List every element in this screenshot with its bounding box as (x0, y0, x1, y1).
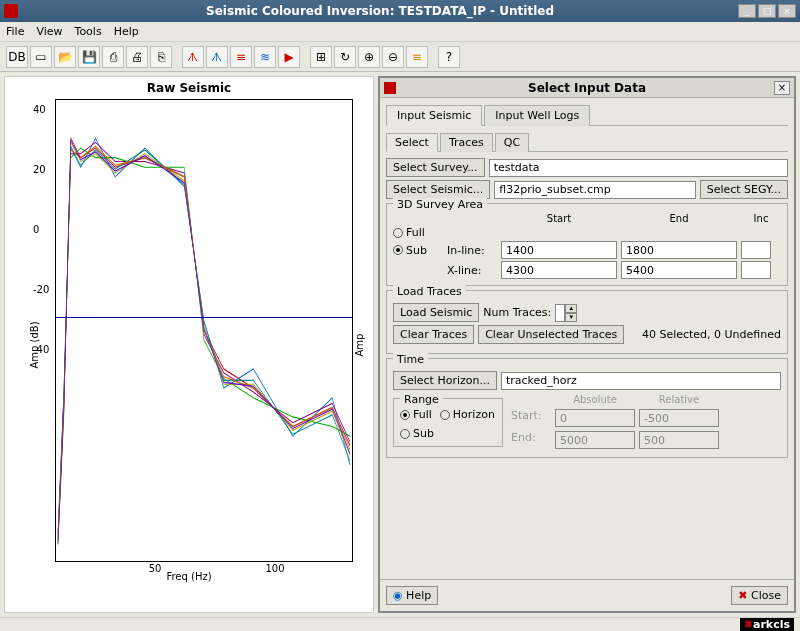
num-traces-input[interactable] (555, 304, 565, 322)
app-icon (4, 4, 18, 18)
spin-down-icon[interactable]: ▾ (565, 313, 577, 322)
radio-range-full[interactable]: Full (400, 408, 432, 421)
chart3-icon[interactable]: ≋ (254, 46, 276, 68)
survey-area-legend: 3D Survey Area (393, 198, 487, 211)
chart1-icon[interactable]: ⩚ (182, 46, 204, 68)
ytick: 0 (33, 224, 39, 235)
end-header: End (621, 213, 737, 224)
select-input-data-dialog: Select Input Data × Input Seismic Input … (378, 76, 796, 613)
chart2-icon[interactable]: ⩚ (206, 46, 228, 68)
clear-traces-button[interactable]: Clear Traces (393, 325, 474, 344)
absolute-header: Absolute (555, 394, 635, 405)
statusbar: ✖arkcls (0, 617, 800, 631)
maximize-button[interactable]: □ (758, 4, 776, 18)
inc-header: Inc (741, 213, 781, 224)
survey-input[interactable] (489, 159, 788, 177)
subtab-select[interactable]: Select (386, 133, 438, 152)
brand-logo: ✖arkcls (740, 618, 794, 631)
inline-end-input[interactable] (621, 241, 737, 259)
dialog-title: Select Input Data (400, 81, 774, 95)
inline-label: In-line: (447, 244, 497, 257)
spectrum-plot (56, 100, 352, 561)
ytick: -20 (33, 284, 49, 295)
horizon-input[interactable] (501, 372, 781, 390)
end-rel-input (639, 431, 719, 449)
menu-tools[interactable]: Tools (75, 25, 102, 38)
close-window-button[interactable]: × (778, 4, 796, 18)
radio-full[interactable]: Full (393, 226, 443, 239)
select-survey-button[interactable]: Select Survey... (386, 158, 485, 177)
radio-sub[interactable]: Sub (393, 244, 443, 257)
select-seismic-button[interactable]: Select Seismic... (386, 180, 490, 199)
select-segy-button[interactable]: Select SEGY... (700, 180, 788, 199)
radio-range-horizon[interactable]: Horizon (440, 408, 495, 421)
copy-icon[interactable]: ⎘ (150, 46, 172, 68)
num-traces-spinner[interactable]: ▴▾ (555, 304, 597, 322)
load-seismic-button[interactable]: Load Seismic (393, 303, 479, 322)
xline-end-input[interactable] (621, 261, 737, 279)
load-traces-legend: Load Traces (393, 285, 466, 298)
xtick: 100 (265, 563, 284, 574)
start-label: Start: (511, 409, 551, 427)
sub-tabs: Select Traces QC (386, 132, 788, 152)
tab-input-well-logs[interactable]: Input Well Logs (484, 105, 590, 126)
subtab-qc[interactable]: QC (495, 133, 529, 152)
chart-xlabel: Freq (Hz) (166, 571, 211, 582)
start-header: Start (501, 213, 617, 224)
dialog-close-icon[interactable]: × (774, 81, 790, 95)
xline-label: X-line: (447, 264, 497, 277)
inline-inc-input[interactable] (741, 241, 771, 259)
time-legend: Time (393, 353, 428, 366)
play-icon[interactable]: ▶ (278, 46, 300, 68)
tab-input-seismic[interactable]: Input Seismic (386, 105, 482, 126)
chart-ylabel-right: Amp (354, 333, 365, 356)
minimize-button[interactable]: _ (738, 4, 756, 18)
chart-zeroline (56, 317, 352, 318)
menu-file[interactable]: File (6, 25, 24, 38)
layers-icon[interactable]: ≡ (406, 46, 428, 68)
menu-help[interactable]: Help (114, 25, 139, 38)
num-traces-label: Num Traces: (483, 306, 551, 319)
select-horizon-button[interactable]: Select Horizon... (393, 371, 497, 390)
help-icon[interactable]: ? (438, 46, 460, 68)
list-icon[interactable]: ≡ (230, 46, 252, 68)
new-icon[interactable]: ▭ (30, 46, 52, 68)
relative-header: Relative (639, 394, 719, 405)
end-abs-input (555, 431, 635, 449)
inline-start-input[interactable] (501, 241, 617, 259)
ytick: -40 (33, 344, 49, 355)
ytick: 40 (33, 104, 46, 115)
main-tabs: Input Seismic Input Well Logs (386, 104, 788, 126)
load-traces-fieldset: Load Traces Load Seismic Num Traces: ▴▾ … (386, 290, 788, 354)
save-icon[interactable]: 💾 (78, 46, 100, 68)
open-icon[interactable]: 📂 (54, 46, 76, 68)
seismic-input[interactable] (494, 181, 695, 199)
print-icon[interactable]: 🖨 (126, 46, 148, 68)
start-abs-input (555, 409, 635, 427)
menu-view[interactable]: View (36, 25, 62, 38)
db-icon[interactable]: DB (6, 46, 28, 68)
zoomin-icon[interactable]: ⊕ (358, 46, 380, 68)
window-title: Seismic Coloured Inversion: TESTDATA_IP … (24, 4, 736, 18)
xtick: 50 (149, 563, 162, 574)
refresh-icon[interactable]: ↻ (334, 46, 356, 68)
xline-start-input[interactable] (501, 261, 617, 279)
subtab-traces[interactable]: Traces (440, 133, 493, 152)
help-button[interactable]: ◉ Help (386, 586, 438, 605)
close-button[interactable]: ✖ Close (731, 586, 788, 605)
chart-title: Raw Seismic (5, 77, 373, 95)
survey-area-fieldset: 3D Survey Area Start End Inc Full Sub (386, 203, 788, 286)
toolbar: DB ▭ 📂 💾 ⎙ 🖨 ⎘ ⩚ ⩚ ≡ ≋ ▶ ⊞ ↻ ⊕ ⊖ ≡ ? (0, 42, 800, 72)
range-legend: Range (400, 393, 443, 406)
ytick: 20 (33, 164, 46, 175)
grid-icon[interactable]: ⊞ (310, 46, 332, 68)
xline-inc-input[interactable] (741, 261, 771, 279)
radio-range-sub[interactable]: Sub (400, 427, 496, 440)
time-fieldset: Time Select Horizon... Range Full Hori (386, 358, 788, 458)
zoomout-icon[interactable]: ⊖ (382, 46, 404, 68)
clear-unselected-button[interactable]: Clear Unselected Traces (478, 325, 624, 344)
saveas-icon[interactable]: ⎙ (102, 46, 124, 68)
start-rel-input (639, 409, 719, 427)
spin-up-icon[interactable]: ▴ (565, 304, 577, 313)
chart-body[interactable] (55, 99, 353, 562)
